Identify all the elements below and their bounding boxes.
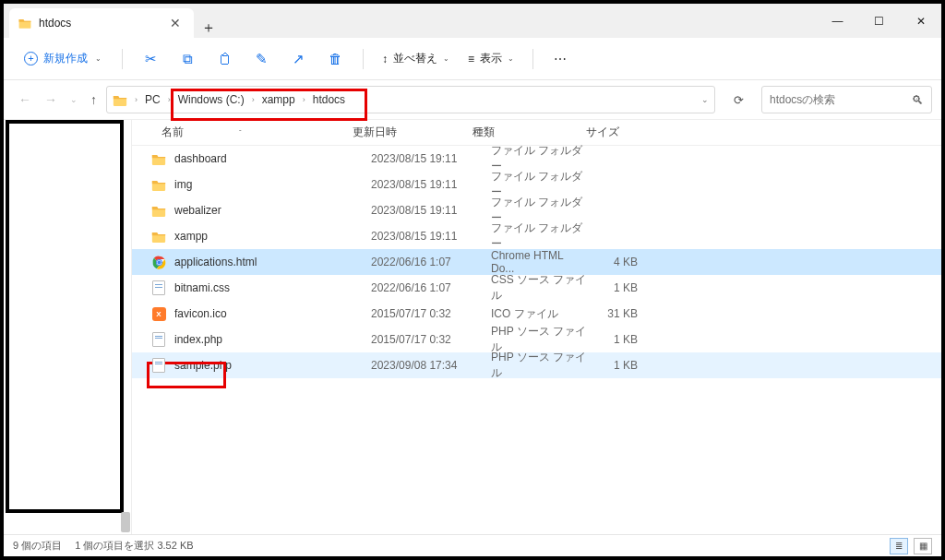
file-date: 2023/08/15 19:11 xyxy=(371,204,491,217)
breadcrumb-item[interactable]: Windows (C:) xyxy=(178,93,245,106)
paste-icon[interactable]: 📋︎ xyxy=(209,44,239,74)
breadcrumb-sep-icon: › xyxy=(248,95,258,104)
file-row[interactable]: dashboard2023/08/15 19:11ファイル フォルダー xyxy=(132,146,941,172)
sort-indicator-icon: ˆ xyxy=(239,128,242,137)
status-bar: 9 個の項目 1 個の項目を選択 3.52 KB ≣ ▦ xyxy=(4,534,941,556)
col-size[interactable]: サイズ xyxy=(569,125,632,140)
folder-icon xyxy=(150,153,167,165)
file-date: 2015/07/17 0:32 xyxy=(371,333,491,346)
window-tab[interactable]: htdocs ✕ xyxy=(9,8,194,38)
col-type[interactable]: 種類 xyxy=(472,125,569,140)
col-name[interactable]: 名前 xyxy=(161,125,184,140)
file-row[interactable]: applications.html2022/06/16 1:07Chrome H… xyxy=(132,249,941,275)
forward-button[interactable]: → xyxy=(44,92,57,107)
breadcrumb-sep-icon: › xyxy=(299,95,309,104)
breadcrumb-root[interactable]: PC xyxy=(145,93,161,106)
generic-icon xyxy=(150,280,167,295)
rename-icon[interactable]: ✎ xyxy=(246,44,276,74)
file-type: Chrome HTML Do... xyxy=(491,249,588,275)
details-view-button[interactable]: ≣ xyxy=(890,538,908,554)
toolbar: + 新規作成 ⌄ ✂ ⧉ 📋︎ ✎ ↗ 🗑︎ ↕ 並べ替え ⌄ ≡ 表示 ⌄ ⋯ xyxy=(4,38,941,80)
file-name: sample.php xyxy=(167,359,371,372)
file-type: ICO ファイル xyxy=(491,306,588,322)
file-size: 31 KB xyxy=(588,307,651,320)
folder-icon xyxy=(113,94,127,106)
file-type: ファイル フォルダー xyxy=(491,220,588,252)
search-input[interactable] xyxy=(770,93,912,106)
close-button[interactable]: ✕ xyxy=(900,4,941,38)
file-row[interactable]: xampp2023/08/15 19:11ファイル フォルダー xyxy=(132,223,941,249)
file-size: 1 KB xyxy=(588,333,651,346)
search-box[interactable]: 🔍︎ xyxy=(761,86,932,113)
file-size: 1 KB xyxy=(588,359,651,372)
file-size: 4 KB xyxy=(588,256,651,268)
breadcrumb-sep-icon: › xyxy=(164,95,174,104)
breadcrumb-item[interactable]: xampp xyxy=(262,93,295,106)
file-name: dashboard xyxy=(167,152,371,165)
file-name: webalizer xyxy=(167,204,371,217)
share-icon[interactable]: ↗ xyxy=(283,44,313,74)
file-name: applications.html xyxy=(167,256,371,268)
file-name: index.php xyxy=(167,333,371,346)
file-date: 2023/08/15 19:11 xyxy=(371,178,491,191)
file-date: 2022/06/16 1:07 xyxy=(371,256,491,268)
breadcrumb-item[interactable]: htdocs xyxy=(313,93,345,106)
file-name: xampp xyxy=(167,230,371,243)
divider xyxy=(532,49,533,69)
file-type: PHP ソース ファイル xyxy=(491,350,588,381)
search-icon[interactable]: 🔍︎ xyxy=(912,93,924,107)
file-name: bitnami.css xyxy=(167,281,371,294)
plus-icon: + xyxy=(24,52,38,66)
file-date: 2023/08/15 19:11 xyxy=(371,230,491,243)
refresh-button[interactable]: ⟳ xyxy=(724,93,752,107)
divider xyxy=(122,49,123,69)
recent-chevron-icon[interactable]: ⌄ xyxy=(70,95,78,104)
folder-icon xyxy=(18,17,31,30)
tab-close-icon[interactable]: ✕ xyxy=(166,14,185,32)
file-name: favicon.ico xyxy=(167,307,371,320)
file-date: 2023/08/15 19:11 xyxy=(371,152,491,165)
cut-icon[interactable]: ✂ xyxy=(136,44,165,74)
file-date: 2015/07/17 0:32 xyxy=(371,307,491,320)
file-row[interactable]: bitnami.css2022/06/16 1:07CSS ソース ファイル1 … xyxy=(132,275,941,301)
navigation-pane[interactable] xyxy=(4,120,132,536)
up-button[interactable]: ↑ xyxy=(90,92,97,107)
chevron-down-icon: ⌄ xyxy=(443,54,449,63)
status-count: 9 個の項目 xyxy=(13,539,62,553)
sort-button[interactable]: ↕ 並べ替え ⌄ xyxy=(377,47,455,70)
addr-chevron-icon[interactable]: ⌄ xyxy=(701,95,709,104)
address-row: ← → ⌄ ↑ › PC › Windows (C:) › xampp › ht… xyxy=(4,80,941,119)
file-row[interactable]: index.php2015/07/17 0:32PHP ソース ファイル1 KB xyxy=(132,327,941,352)
file-row[interactable]: Xfavicon.ico2015/07/17 0:32ICO ファイル31 KB xyxy=(132,301,941,327)
file-size: 1 KB xyxy=(588,281,651,294)
col-date[interactable]: 更新日時 xyxy=(353,125,472,140)
file-type: CSS ソース ファイル xyxy=(491,272,588,304)
more-button[interactable]: ⋯ xyxy=(546,52,574,66)
file-list: 名前ˆ 更新日時 種類 サイズ dashboard2023/08/15 19:1… xyxy=(132,120,941,536)
thumbnails-view-button[interactable]: ▦ xyxy=(914,538,932,554)
folder-icon xyxy=(150,205,167,217)
view-button[interactable]: ≡ 表示 ⌄ xyxy=(462,47,520,70)
file-date: 2023/09/08 17:34 xyxy=(371,359,491,372)
maximize-button[interactable]: ☐ xyxy=(858,4,900,38)
folder-icon xyxy=(150,231,167,243)
copy-icon[interactable]: ⧉ xyxy=(173,44,202,74)
delete-icon[interactable]: 🗑︎ xyxy=(320,44,350,74)
ico-icon: X xyxy=(150,307,167,321)
svg-point-3 xyxy=(157,260,161,264)
column-headers[interactable]: 名前ˆ 更新日時 種類 サイズ xyxy=(132,120,941,146)
scrollbar-thumb[interactable] xyxy=(121,512,130,532)
file-row[interactable]: webalizer2023/08/15 19:11ファイル フォルダー xyxy=(132,197,941,223)
back-button[interactable]: ← xyxy=(18,92,31,107)
file-row[interactable]: sample.php2023/09/08 17:34PHP ソース ファイル1 … xyxy=(132,352,941,378)
file-row[interactable]: img2023/08/15 19:11ファイル フォルダー xyxy=(132,172,941,197)
generic-icon xyxy=(150,358,167,373)
generic-icon xyxy=(150,332,167,347)
chrome-icon xyxy=(150,256,167,269)
minimize-button[interactable]: ― xyxy=(817,4,858,38)
status-selected: 1 個の項目を選択 3.52 KB xyxy=(75,539,193,553)
chevron-down-icon: ⌄ xyxy=(95,54,102,63)
address-bar[interactable]: › PC › Windows (C:) › xampp › htdocs ⌄ xyxy=(106,86,715,113)
new-button[interactable]: + 新規作成 ⌄ xyxy=(17,47,109,70)
new-tab-button[interactable]: ＋ xyxy=(194,18,223,38)
